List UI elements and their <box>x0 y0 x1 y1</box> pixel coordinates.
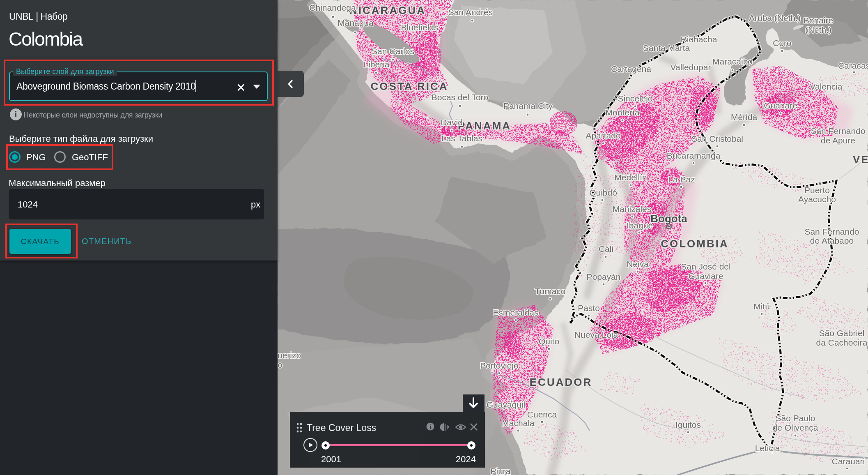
svg-text:Tumaco: Tumaco <box>535 286 565 296</box>
svg-text:VEN: VEN <box>853 153 868 166</box>
svg-text:Piura: Piura <box>490 466 510 475</box>
svg-text:uerizo: uerizo <box>278 350 301 360</box>
svg-text:Guanare: Guanare <box>764 101 797 110</box>
svg-text:Manizales: Manizales <box>613 204 652 214</box>
svg-text:Liberia: Liberia <box>363 60 389 69</box>
svg-text:Bluefields: Bluefields <box>401 23 438 32</box>
svg-text:Neiva: Neiva <box>627 259 649 269</box>
svg-text:Aruba (Neth.): Aruba (Neth.) <box>749 13 801 23</box>
svg-text:Cartagena: Cartagena <box>611 64 651 74</box>
svg-text:Ibagué: Ibagué <box>627 221 653 230</box>
svg-text:ECUADOR: ECUADOR <box>530 376 592 388</box>
svg-text:Caracas: Caracas <box>838 61 868 70</box>
svg-text:Leticia: Leticia <box>755 443 780 453</box>
svg-text:Valencia: Valencia <box>810 82 843 91</box>
svg-text:Puerto: Puerto <box>804 185 830 195</box>
svg-text:2001: 2001 <box>321 454 341 464</box>
svg-text:San Andrés: San Andrés <box>448 7 493 17</box>
svg-text:San Carlos: San Carlos <box>372 46 414 56</box>
svg-text:Medellín: Medellín <box>614 173 647 182</box>
svg-text:i: i <box>429 424 431 430</box>
svg-text:Machala: Machala <box>502 418 535 428</box>
svg-text:Maracaibo: Maracaibo <box>712 57 753 66</box>
svg-text:Riohacha: Riohacha <box>681 35 717 44</box>
svg-text:Valledupar: Valledupar <box>671 62 711 72</box>
svg-text:Carauari: Carauari <box>832 457 865 466</box>
svg-text:San Cristobal: San Cristobal <box>691 134 743 143</box>
svg-text:Cuenca: Cuenca <box>527 410 557 419</box>
svg-text:Mérida: Mérida <box>731 112 758 122</box>
svg-text:Apartadó: Apartadó <box>586 131 620 140</box>
svg-text:La Paz: La Paz <box>668 175 695 184</box>
svg-text:Panama City: Panama City <box>503 101 553 111</box>
svg-text:de Apure: de Apure <box>821 136 855 145</box>
svg-text:Ayacucho: Ayacucho <box>798 194 836 204</box>
svg-text:São Paulo: São Paulo <box>776 413 815 423</box>
svg-text:o: o <box>278 360 282 369</box>
svg-text:Sincelejo: Sincelejo <box>618 94 652 103</box>
svg-text:da Cachoeira: da Cachoeira <box>816 338 868 347</box>
svg-text:Montería: Montería <box>606 108 640 117</box>
svg-text:Bonaire: Bonaire <box>804 16 833 25</box>
svg-text:COLOMBIA: COLOMBIA <box>661 238 729 250</box>
svg-text:Chinandega: Chinandega <box>309 3 356 12</box>
svg-text:Tree Cover Loss: Tree Cover Loss <box>307 422 376 433</box>
svg-text:Guaviare: Guaviare <box>688 271 723 281</box>
svg-text:Bucaramanga: Bucaramanga <box>667 151 721 160</box>
svg-text:Pasto: Pasto <box>578 303 600 313</box>
svg-text:Coro: Coro <box>773 38 792 48</box>
svg-text:de Atabapo: de Atabapo <box>810 236 854 245</box>
svg-text:San Fernando: San Fernando <box>811 126 865 136</box>
svg-text:Nueva Loja: Nueva Loja <box>574 330 618 339</box>
svg-text:Iquitos: Iquitos <box>675 420 701 429</box>
svg-text:Bocas del Toro: Bocas del Toro <box>432 92 489 102</box>
svg-text:San Fernando: San Fernando <box>804 227 859 236</box>
svg-text:COSTA RICA: COSTA RICA <box>371 80 448 92</box>
svg-text:Santa Marta: Santa Marta <box>643 43 690 53</box>
svg-text:Guayaquil: Guayaquil <box>487 400 526 409</box>
svg-text:(Neth.): (Neth.) <box>805 25 831 35</box>
svg-text:Portoviejo: Portoviejo <box>480 361 518 370</box>
svg-text:Esmeraldas: Esmeraldas <box>493 308 539 317</box>
svg-text:Bogota: Bogota <box>650 212 687 225</box>
svg-text:Quibdó: Quibdó <box>589 188 617 197</box>
svg-text:PANAMA: PANAMA <box>458 120 511 132</box>
svg-text:de Olivença: de Olivença <box>773 423 818 432</box>
svg-text:Popayán: Popayán <box>587 272 621 281</box>
svg-text:São Gabriel: São Gabriel <box>819 328 865 338</box>
svg-text:2024: 2024 <box>456 454 476 464</box>
svg-text:San José del: San José del <box>681 262 730 271</box>
svg-text:Mitú: Mitú <box>753 302 770 311</box>
svg-text:David: David <box>441 118 463 127</box>
svg-text:Quito: Quito <box>539 337 559 346</box>
svg-text:Managua: Managua <box>338 18 374 28</box>
svg-text:Las Tablas: Las Tablas <box>441 134 482 143</box>
svg-text:NICARAGUA: NICARAGUA <box>349 4 426 16</box>
svg-text:Cali: Cali <box>599 244 613 254</box>
